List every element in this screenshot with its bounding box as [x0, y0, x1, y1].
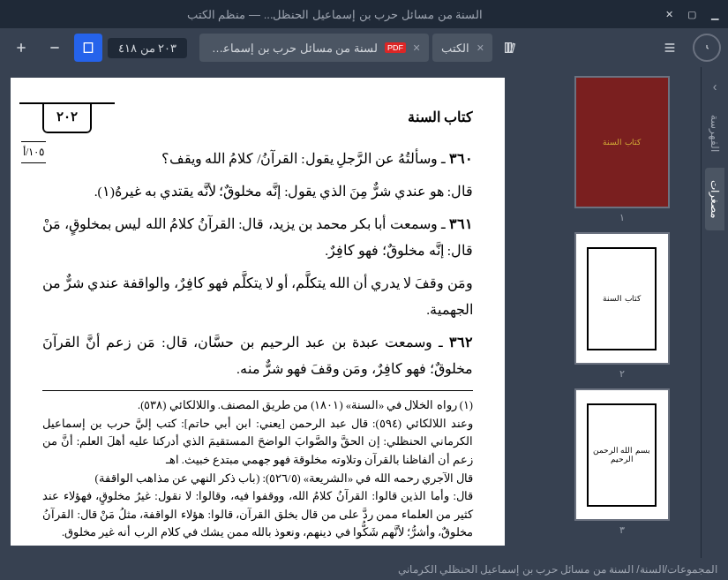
document-page: كتاب السنة ٢٠٢ ١٠٥/أ ٣٦٠ ـ وسألتُهُ عن ا… [11, 78, 505, 546]
footnote: (١) رواه الخلال في «السنة» (١٨٠١) من طري… [42, 396, 473, 542]
margin-note: ١٠٥/أ [21, 141, 46, 163]
close-icon[interactable]: × [477, 41, 484, 55]
thumbnail-image: بسم الله الرحمن الرحيم [574, 388, 670, 521]
tab-label: الكتب [441, 41, 469, 55]
breadcrumb: المجموعات/السنة/ السنة من مسائل حرب بن إ… [398, 563, 717, 576]
thumbnail-image: كتاب السنة [574, 76, 670, 208]
tab-bar: × PDF لسنة من مسائل حرب بن إسماعيل الحنظ… [199, 34, 643, 62]
text-line: قال: هو عندي شرٌّ مِنَ الذي يقول: إنَّه … [42, 178, 473, 204]
text-line: ٣٦٢ ـ وسمعت عبدة بن عبد الرحيم بن حسَّان… [42, 329, 473, 381]
maximize-icon[interactable]: ▢ [686, 8, 698, 20]
close-icon[interactable]: ✕ [663, 8, 675, 20]
svg-rect-0 [84, 43, 92, 53]
tab-label: لسنة من مسائل حرب بن إسماعيل الحنظل. [208, 41, 378, 55]
menu-button[interactable] [656, 34, 684, 62]
page-viewer[interactable]: كتاب السنة ٢٠٢ ١٠٥/أ ٣٦٠ ـ وسألتُهُ عن ا… [0, 67, 543, 558]
entry-number: ٣٦٢ [449, 335, 473, 350]
side-tab-thumbnails[interactable]: مصغرات [705, 168, 724, 230]
page-number-badge: ٢٠٢ [42, 102, 92, 133]
divider [42, 390, 473, 391]
page-indicator[interactable]: ٢٠٣ من ٤١٨ [108, 38, 187, 58]
thumbnail-number: ٣ [553, 524, 690, 536]
fit-page-button[interactable] [74, 34, 102, 62]
chevron-left-icon[interactable]: ‹ [708, 74, 723, 99]
toolbar: ٢٠٣ من ٤١٨ × PDF لسنة من مسائل حرب بن إس… [0, 28, 728, 67]
thumbnail-image: كتاب السنة [574, 232, 670, 365]
side-tab-bar: ‹ الفهرسة مصغرات [702, 67, 728, 558]
text-line: ٣٦١ ـ وسمعت أبا بكر محمد بن يزيد، قال: ا… [42, 211, 473, 263]
minus-button[interactable] [41, 34, 69, 62]
text-line: ٣٦٠ ـ وسألتُهُ عن الرَّجلِ يقول: القرآنُ… [42, 146, 473, 171]
entry-number: ٣٦١ [449, 216, 473, 231]
add-button[interactable] [7, 34, 35, 62]
entry-number: ٣٦٠ [449, 151, 473, 166]
window-title: السنة من مسائل حرب بن إسماعيل الحنظل... … [7, 8, 663, 21]
main-area: كتاب السنة ٢٠٢ ١٠٥/أ ٣٦٠ ـ وسألتُهُ عن ا… [0, 67, 728, 558]
thumbnail[interactable]: كتاب السنة ٢ [553, 232, 690, 380]
clock-icon[interactable] [693, 34, 721, 62]
tab-document[interactable]: × PDF لسنة من مسائل حرب بن إسماعيل الحنظ… [199, 34, 429, 62]
thumbnail-panel: كتاب السنة ١ كتاب السنة ٢ بسم الله الرحم… [543, 67, 702, 558]
thumbnail-number: ٢ [553, 368, 690, 380]
books-icon[interactable] [496, 34, 524, 62]
titlebar: ✕ ▢ ▁ السنة من مسائل حرب بن إسماعيل الحن… [0, 0, 728, 28]
pdf-icon: PDF [385, 42, 406, 53]
window-controls: ✕ ▢ ▁ [663, 8, 721, 20]
text-line: ومَن وقفَ لا يدري أن الله يتكلَّم، أو لا… [42, 270, 473, 322]
close-icon[interactable]: × [413, 41, 420, 55]
status-bar: المجموعات/السنة/ السنة من مسائل حرب بن إ… [0, 558, 728, 580]
thumbnail-number: ١ [553, 212, 690, 223]
thumbnail[interactable]: بسم الله الرحمن الرحيم ٣ [553, 388, 690, 536]
minimize-icon[interactable]: ▁ [709, 8, 721, 20]
page-book-title: كتاب السنة [408, 104, 473, 131]
tab-books[interactable]: × الكتب [432, 34, 492, 62]
side-tab-index[interactable]: الفهرسة [705, 102, 724, 164]
thumbnail[interactable]: كتاب السنة ١ [553, 76, 690, 223]
